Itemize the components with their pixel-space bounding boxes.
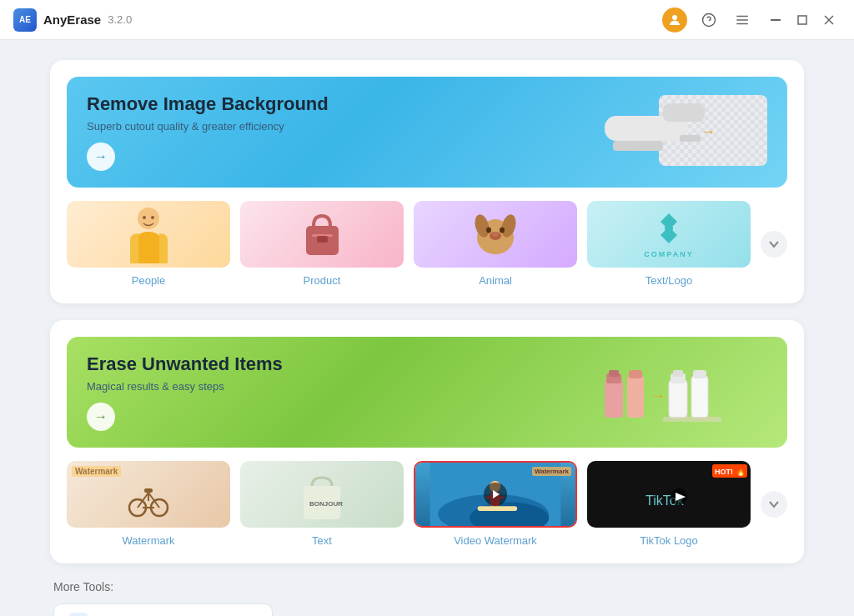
app-version: 3.2.0 [108, 13, 132, 26]
svg-point-29 [486, 227, 491, 233]
svg-rect-36 [609, 370, 619, 377]
erase-arrow-button[interactable]: → [87, 403, 115, 431]
tiktok-label: TikTok Logo [640, 534, 698, 547]
svg-rect-7 [798, 16, 806, 24]
menu-button[interactable] [731, 8, 754, 32]
svg-point-32 [492, 232, 499, 237]
window-controls [764, 8, 841, 32]
svg-point-33 [665, 224, 673, 233]
erase-illustration: → [600, 355, 767, 430]
product-label: Product [304, 274, 341, 287]
erase-items-banner: Erase Unwanted Items Magical results & e… [67, 337, 787, 448]
svg-rect-38 [629, 370, 642, 378]
svg-rect-44 [693, 370, 706, 378]
svg-rect-6 [771, 19, 781, 21]
banner-text: Remove Image Background Superb cutout qu… [87, 93, 329, 171]
svg-rect-37 [627, 376, 644, 418]
svg-point-21 [151, 216, 154, 219]
erase-banner-text: Erase Unwanted Items Magical results & e… [87, 353, 283, 431]
banner-subtitle: Superb cutout quality & greater efficien… [87, 120, 329, 133]
watermark-label: Watermark [122, 534, 174, 547]
erase-categories-row: Watermark Watermark [67, 461, 787, 547]
svg-point-0 [672, 15, 677, 20]
svg-rect-43 [691, 376, 708, 418]
svg-rect-45 [663, 417, 721, 422]
svg-text:→: → [701, 123, 716, 140]
product-thumbnail [240, 201, 404, 268]
people-label: People [132, 274, 165, 287]
svg-rect-52 [144, 488, 153, 493]
svg-text:🔥: 🔥 [736, 466, 746, 477]
watermark-category[interactable]: Watermark Watermark [67, 461, 230, 547]
add-watermark-button[interactable]: AE Add Watermark to Image/Video [53, 603, 273, 616]
banner-illustration: → [600, 95, 767, 170]
erase-banner-title: Erase Unwanted Items [87, 353, 283, 375]
remove-background-banner: Remove Image Background Superb cutout qu… [67, 77, 787, 188]
title-bar: AE AnyErase 3.2.0 [0, 0, 854, 40]
animal-category[interactable]: Animal [414, 201, 577, 287]
text-label: Text [312, 534, 332, 547]
app-logo: AE [13, 8, 37, 32]
product-category[interactable]: Product [240, 201, 404, 287]
background-categories-row: People Product [67, 201, 787, 287]
remove-background-section: Remove Image Background Superb cutout qu… [50, 60, 804, 303]
tiktok-thumbnail: HOT! 🔥 TikTok [587, 461, 751, 528]
svg-point-20 [143, 216, 146, 219]
svg-rect-42 [673, 370, 683, 377]
video-watermark-category[interactable]: Watermark Video Watermark [414, 461, 577, 547]
plane-illustration-svg: → [600, 95, 767, 170]
svg-rect-17 [680, 135, 701, 142]
erase-banner-subtitle: Magical results & easy steps [87, 380, 283, 393]
user-avatar[interactable] [662, 8, 687, 33]
app-title-group: AE AnyErase 3.2.0 [13, 8, 132, 32]
people-category[interactable]: People [67, 201, 230, 287]
watermark-thumbnail: Watermark [67, 461, 230, 528]
tiktok-category[interactable]: HOT! 🔥 TikTok TikTok Logo [587, 461, 751, 547]
textlogo-thumbnail: COMPANY [587, 201, 751, 268]
video-watermark-label: Video Watermark [454, 534, 537, 547]
text-thumbnail: BONJOUR [240, 461, 404, 528]
textlogo-label: Text/Logo [646, 274, 692, 287]
animal-label: Animal [479, 274, 512, 287]
svg-text:→: → [651, 388, 666, 404]
svg-text:HOT!: HOT! [715, 468, 733, 476]
textlogo-category[interactable]: COMPANY Text/Logo [587, 201, 751, 287]
categories-expand-button[interactable] [761, 231, 787, 258]
svg-rect-15 [663, 103, 705, 122]
svg-marker-62 [493, 490, 500, 498]
banner-title: Remove Image Background [87, 93, 329, 115]
app-name: AnyErase [43, 13, 101, 27]
svg-rect-24 [317, 236, 328, 243]
svg-rect-16 [613, 141, 663, 151]
minimize-button[interactable] [764, 8, 787, 32]
svg-rect-34 [605, 380, 623, 418]
title-bar-controls [662, 8, 841, 33]
svg-rect-61 [478, 506, 518, 511]
svg-point-30 [500, 227, 505, 233]
animal-thumbnail [414, 201, 577, 268]
more-tools-section: More Tools: AE Add Watermark to Image/Vi… [50, 580, 804, 616]
text-erase-category[interactable]: BONJOUR Text [240, 461, 404, 547]
people-thumbnail [67, 201, 230, 268]
add-watermark-icon: AE [69, 613, 88, 616]
more-tools-label: More Tools: [53, 580, 801, 593]
main-content: Remove Image Background Superb cutout qu… [0, 40, 854, 616]
video-watermark-thumbnail: Watermark [414, 461, 577, 528]
maximize-button[interactable] [791, 8, 814, 32]
close-button[interactable] [817, 8, 841, 32]
banner-arrow-button[interactable]: → [87, 143, 115, 171]
help-button[interactable] [697, 8, 721, 32]
erase-items-section: Erase Unwanted Items Magical results & e… [50, 320, 804, 563]
svg-text:BONJOUR: BONJOUR [309, 500, 343, 508]
erase-categories-expand-button[interactable] [761, 491, 787, 518]
svg-rect-40 [669, 380, 687, 418]
